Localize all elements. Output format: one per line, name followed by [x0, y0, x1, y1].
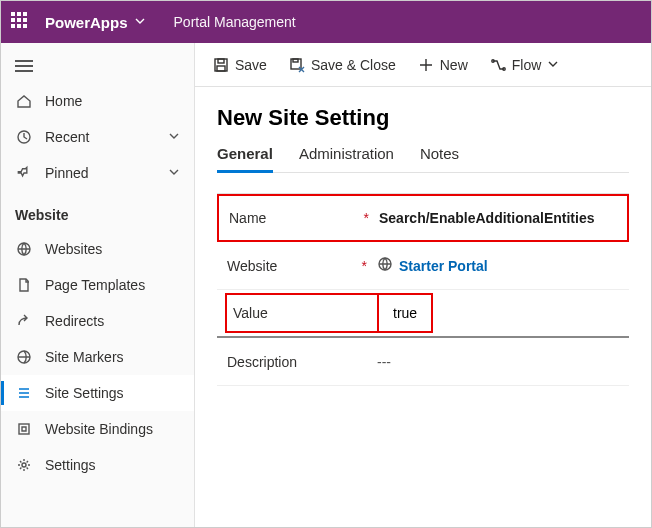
tab-notes[interactable]: Notes [420, 145, 459, 172]
sidebar-item-label: Redirects [45, 313, 104, 329]
sidebar-item-settings[interactable]: Settings [1, 447, 194, 483]
form: Name* Search/EnableAdditionalEntities We… [217, 193, 629, 386]
website-lookup[interactable]: Starter Portal [377, 256, 619, 275]
app-name[interactable]: PowerApps [45, 14, 128, 31]
app-launcher-icon[interactable] [11, 12, 31, 32]
save-icon [213, 57, 229, 73]
sidebar-section-website: Website [1, 191, 194, 231]
global-header: PowerApps Portal Management [1, 1, 651, 43]
hamburger-icon[interactable] [1, 49, 194, 83]
sidebar-item-label: Page Templates [45, 277, 145, 293]
save-close-button[interactable]: Save & Close [289, 57, 396, 73]
chevron-down-icon [168, 165, 180, 181]
main-area: Save Save & Close New Flow New Site Sett… [195, 43, 651, 527]
chevron-down-icon [168, 129, 180, 145]
app-area: Portal Management [174, 14, 296, 30]
cmd-label: Flow [512, 57, 542, 73]
sidebar-item-websites[interactable]: Websites [1, 231, 194, 267]
sidebar-item-recent[interactable]: Recent [1, 119, 194, 155]
list-icon [15, 384, 33, 402]
cmd-label: New [440, 57, 468, 73]
plus-icon [418, 57, 434, 73]
sidebar-item-page-templates[interactable]: Page Templates [1, 267, 194, 303]
sidebar-item-label: Websites [45, 241, 102, 257]
tab-administration[interactable]: Administration [299, 145, 394, 172]
chevron-down-icon[interactable] [134, 13, 146, 31]
field-description-row: Description --- [217, 338, 629, 386]
required-indicator: * [364, 210, 369, 226]
home-icon [15, 92, 33, 110]
field-label: Name* [229, 210, 379, 226]
field-value-row: Value true [217, 290, 629, 338]
pin-icon [15, 164, 33, 182]
sidebar-item-label: Pinned [45, 165, 89, 181]
cmd-label: Save & Close [311, 57, 396, 73]
flow-icon [490, 57, 506, 73]
field-label: Value [227, 295, 377, 331]
save-button[interactable]: Save [213, 57, 267, 73]
field-label: Description [227, 354, 377, 370]
bind-icon [15, 420, 33, 438]
new-button[interactable]: New [418, 57, 468, 73]
sidebar-item-label: Recent [45, 129, 89, 145]
svg-rect-6 [218, 59, 224, 63]
description-input[interactable]: --- [377, 354, 619, 370]
value-input[interactable]: true [377, 295, 431, 331]
sidebar-item-label: Website Bindings [45, 421, 153, 437]
sidebar-item-home[interactable]: Home [1, 83, 194, 119]
sidebar-item-site-markers[interactable]: Site Markers [1, 339, 194, 375]
redirect-icon [15, 312, 33, 330]
flow-button[interactable]: Flow [490, 57, 560, 73]
save-close-icon [289, 57, 305, 73]
sidebar: Home Recent Pinned Website Websites Page… [1, 43, 195, 527]
sidebar-item-label: Site Markers [45, 349, 124, 365]
tab-general[interactable]: General [217, 145, 273, 173]
page-title: New Site Setting [217, 105, 629, 131]
field-label: Website* [227, 258, 377, 274]
sidebar-item-redirects[interactable]: Redirects [1, 303, 194, 339]
sidebar-item-site-settings[interactable]: Site Settings [1, 375, 194, 411]
command-bar: Save Save & Close New Flow [195, 43, 651, 87]
sidebar-item-label: Settings [45, 457, 96, 473]
required-indicator: * [362, 258, 367, 274]
gear-icon [15, 456, 33, 474]
sidebar-item-website-bindings[interactable]: Website Bindings [1, 411, 194, 447]
clock-icon [15, 128, 33, 146]
sidebar-item-pinned[interactable]: Pinned [1, 155, 194, 191]
name-input[interactable]: Search/EnableAdditionalEntities [379, 210, 617, 226]
page-icon [15, 276, 33, 294]
svg-rect-3 [19, 424, 29, 434]
sidebar-item-label: Home [45, 93, 82, 109]
chevron-down-icon [547, 57, 559, 73]
globe-icon [377, 256, 393, 275]
field-website-row: Website* Starter Portal [217, 242, 629, 290]
globe-icon [15, 348, 33, 366]
svg-rect-9 [293, 59, 298, 62]
field-name-row: Name* Search/EnableAdditionalEntities [217, 194, 629, 242]
tab-list: General Administration Notes [217, 145, 629, 173]
svg-point-4 [22, 463, 26, 467]
svg-rect-7 [217, 66, 225, 71]
cmd-label: Save [235, 57, 267, 73]
sidebar-item-label: Site Settings [45, 385, 124, 401]
globe-icon [15, 240, 33, 258]
